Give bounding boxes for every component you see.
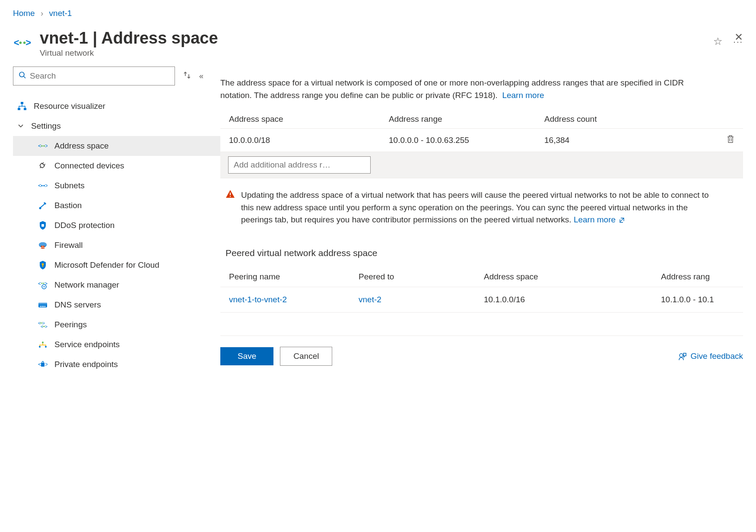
warning-icon (226, 189, 235, 226)
sidebar-item-resource-visualizer[interactable]: Resource visualizer (13, 96, 220, 116)
sidebar-item-label: Private endpoints (54, 360, 118, 369)
defender-icon (37, 260, 48, 270)
dns-icon: www (37, 301, 48, 308)
peered-to-link[interactable]: vnet-2 (359, 295, 381, 304)
svg-rect-35 (38, 303, 47, 304)
col-header-count: Address count (544, 114, 717, 124)
warning-text: Updating the address space of a virtual … (241, 190, 709, 224)
svg-rect-27 (42, 265, 43, 267)
svg-point-1 (19, 41, 22, 44)
cell-range: 10.0.0.0 - 10.0.63.255 (389, 136, 544, 145)
svg-rect-7 (18, 108, 20, 110)
breadcrumb-current[interactable]: vnet-1 (49, 9, 72, 18)
svg-rect-51 (230, 193, 231, 195)
sidebar-item-label: Network manager (54, 280, 119, 290)
peer-cell-space: 10.1.0.0/16 (484, 295, 661, 304)
shield-icon (37, 221, 48, 230)
svg-point-53 (680, 354, 683, 357)
svg-point-46 (39, 346, 41, 348)
sidebar-item-label: DDoS protection (54, 221, 114, 230)
topology-icon (16, 101, 28, 111)
sidebar-item-bastion[interactable]: Bastion (13, 196, 220, 215)
sort-icon[interactable] (184, 71, 191, 81)
sidebar: « Resource visualizer Settings <> Addres… (0, 66, 220, 374)
warning-message: Updating the address space of a virtual … (220, 178, 721, 226)
private-endpoints-icon: <> (37, 361, 48, 368)
cancel-button[interactable]: Cancel (280, 347, 332, 366)
svg-text:<: < (38, 183, 41, 189)
save-button[interactable]: Save (220, 347, 273, 365)
firewall-icon (37, 241, 48, 249)
breadcrumb-home[interactable]: Home (13, 9, 35, 18)
svg-point-47 (45, 346, 47, 348)
sidebar-item-private-endpoints[interactable]: <> Private endpoints (13, 355, 220, 374)
sidebar-item-service-endpoints[interactable]: Service endpoints (13, 335, 220, 355)
sidebar-item-defender[interactable]: Microsoft Defender for Cloud (13, 255, 220, 275)
network-manager-icon: <> (37, 281, 48, 289)
sidebar-section-settings[interactable]: Settings (13, 116, 220, 136)
svg-rect-8 (24, 108, 26, 110)
warning-learn-more-link[interactable]: Learn more (574, 215, 625, 224)
svg-point-14 (41, 185, 43, 187)
svg-rect-52 (230, 196, 231, 197)
footer-bar: Save Cancel Give feedback (220, 336, 743, 366)
svg-point-42 (43, 326, 44, 327)
svg-point-26 (42, 263, 44, 266)
cell-count: 16,384 (544, 136, 717, 145)
collapse-icon[interactable]: « (199, 72, 203, 81)
sidebar-item-dns[interactable]: www DNS servers (13, 295, 220, 315)
svg-rect-49 (41, 363, 44, 367)
peer-table-row: vnet-1-to-vnet-2 vnet-2 10.1.0.0/16 10.1… (220, 287, 743, 313)
favorite-icon[interactable]: ☆ (713, 35, 723, 48)
table-row: 10.0.0.0/18 10.0.0.0 - 10.0.63.255 16,38… (220, 128, 743, 152)
col-header-range: Address range (389, 114, 544, 124)
sidebar-item-connected-devices[interactable]: Connected devices (13, 156, 220, 176)
delete-icon[interactable] (717, 135, 734, 146)
page-subtitle: Virtual network (40, 48, 705, 58)
close-icon[interactable]: ✕ (734, 31, 743, 43)
vnet-small-icon: <> (37, 143, 48, 149)
peer-col-space: Address space (484, 272, 661, 282)
svg-point-17 (39, 207, 41, 209)
svg-rect-18 (41, 224, 44, 227)
search-input[interactable] (30, 71, 169, 81)
sidebar-item-label: Subnets (54, 181, 85, 190)
sidebar-item-label: Service endpoints (54, 340, 120, 349)
sidebar-item-ddos[interactable]: DDoS protection (13, 215, 220, 235)
sidebar-item-address-space[interactable]: <> Address space (13, 136, 220, 156)
peer-col-name: Peering name (229, 272, 359, 282)
svg-text:>: > (45, 183, 48, 189)
breadcrumb-separator: › (41, 9, 43, 18)
peered-section-title: Peered virtual network address space (226, 248, 743, 258)
chevron-down-icon (16, 121, 25, 131)
learn-more-link[interactable]: Learn more (502, 91, 544, 100)
peer-col-range: Address rang (661, 272, 734, 282)
sidebar-item-firewall[interactable]: Firewall (13, 235, 220, 255)
sidebar-item-label: DNS servers (54, 300, 101, 310)
svg-text:<: < (38, 361, 41, 367)
sidebar-item-peerings[interactable]: <><> Peerings (13, 315, 220, 335)
give-feedback-link[interactable]: Give feedback (678, 352, 743, 361)
svg-text:>: > (25, 37, 31, 48)
svg-text:>: > (45, 324, 48, 329)
sidebar-item-label: Peerings (54, 320, 87, 329)
sidebar-item-network-manager[interactable]: <> Network manager (13, 275, 220, 295)
peerings-icon: <><> (37, 321, 48, 329)
peered-table: Peering name Peered to Address space Add… (220, 267, 743, 313)
description-text: The address space for a virtual network … (220, 77, 704, 101)
sidebar-item-label: Firewall (54, 241, 83, 250)
sidebar-item-subnets[interactable]: <> Subnets (13, 176, 220, 196)
peer-cell-range: 10.1.0.0 - 10.1 (661, 295, 734, 304)
svg-point-33 (44, 286, 45, 288)
sidebar-item-label: Bastion (54, 201, 82, 210)
svg-point-4 (19, 72, 24, 77)
svg-point-45 (42, 342, 44, 343)
svg-text:<: < (38, 281, 41, 287)
sidebar-item-label: Microsoft Defender for Cloud (54, 260, 159, 270)
main-content: The address space for a virtual network … (220, 66, 756, 374)
sidebar-item-label: Connected devices (54, 161, 124, 171)
add-address-input[interactable] (228, 156, 371, 174)
search-box[interactable] (13, 66, 175, 86)
peering-name-link[interactable]: vnet-1-to-vnet-2 (229, 295, 287, 304)
page-title: vnet-1 | Address space (40, 29, 705, 48)
